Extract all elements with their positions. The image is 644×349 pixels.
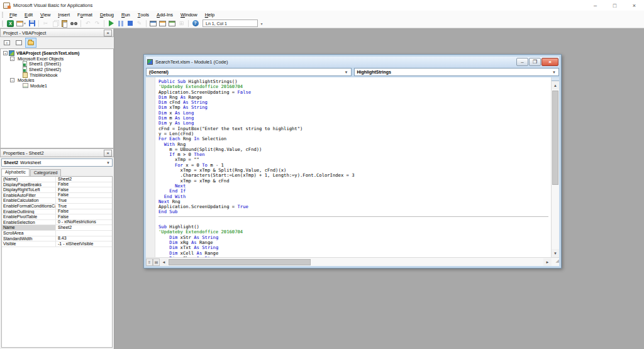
tree-item-sheet2-sheet2-[interactable]: Sheet2 (Sheet2) (1, 67, 113, 72)
vertical-scroll-thumb[interactable] (552, 91, 558, 185)
tree-item-microsoft-excel-objects[interactable]: -Microsoft Excel Objects (1, 56, 113, 62)
tree-item-modules[interactable]: -Modules (1, 77, 113, 83)
property-value: True (56, 198, 112, 203)
find-button[interactable] (69, 19, 79, 28)
paste-button[interactable] (60, 19, 69, 28)
code-restore-button[interactable]: ❐ (529, 58, 541, 66)
sheet-icon (23, 61, 27, 67)
project-panel-close-icon[interactable]: × (104, 30, 112, 36)
view-object-button[interactable] (14, 38, 24, 47)
code-window: SearchText.xlsm - Module1 (Code) – ❐ × (… (143, 54, 562, 269)
design-mode-button[interactable]: ✎ (135, 19, 144, 28)
properties-window-button[interactable] (158, 19, 167, 28)
properties-window-icon (159, 21, 166, 26)
property-row[interactable]: Visible-1 - xlSheetVisible (2, 241, 112, 247)
tree-item-module1[interactable]: Module1 (1, 83, 113, 89)
save-button[interactable] (27, 19, 36, 28)
undo-button[interactable]: ↶ (83, 19, 92, 28)
toolbar-separator (146, 20, 147, 27)
menu-insert[interactable]: Insert (54, 11, 74, 19)
break-button[interactable] (116, 19, 125, 28)
tree-item-thisworkbook[interactable]: ThisWorkbook (1, 72, 113, 78)
code-line: cFnd = InputBox("Enter the text string t… (158, 126, 551, 131)
tree-expander-icon[interactable]: - (10, 78, 14, 82)
properties-panel-close-icon[interactable]: × (104, 150, 112, 157)
tree-item-label: Module1 (30, 84, 47, 88)
horizontal-scrollbar[interactable]: ≡ ▤ ◄ ► ◢ (146, 257, 559, 266)
menu-tools[interactable]: Tools (134, 11, 153, 19)
menu-help[interactable]: Help (201, 11, 218, 19)
properties-panel-header: Properties - Sheet2 × (0, 148, 114, 157)
scroll-down-icon[interactable]: ▼ (552, 249, 559, 257)
menu-add-ins[interactable]: Add-Ins (153, 11, 177, 19)
insert-userform-button[interactable]: ▾ (15, 19, 27, 28)
tree-item-label: Sheet2 (Sheet2) (29, 67, 61, 72)
save-icon (29, 20, 35, 26)
code-combo-row: (General) ▼ HighlightStrings ▼ (146, 67, 559, 77)
menu-debug[interactable]: Debug (96, 11, 118, 19)
view-code-button[interactable]: ≡ (2, 38, 12, 47)
project-explorer-button[interactable] (148, 19, 158, 28)
project-tree: -VBAProject (SearchText.xlsm)-Microsoft … (0, 48, 114, 148)
redo-button[interactable]: ↷ (92, 19, 102, 28)
view-microsoft-excel-button[interactable]: X (6, 19, 15, 28)
code-line: Next (158, 184, 551, 189)
tab-categorized[interactable]: Categorized (30, 169, 62, 176)
horizontal-scroll-thumb[interactable] (169, 259, 311, 265)
minimize-button[interactable]: – (586, 0, 605, 11)
module-icon (147, 59, 153, 65)
help-button[interactable]: ? (191, 19, 200, 28)
tree-expander-icon[interactable]: - (10, 57, 14, 61)
object-combo[interactable]: (General) ▼ (146, 68, 352, 76)
resize-grip-icon[interactable]: ◢ (552, 258, 559, 266)
toolbar-overflow-icon[interactable]: ▾ (259, 19, 264, 27)
menubar-drag-handle-icon[interactable] (2, 12, 3, 18)
menu-file[interactable]: File (6, 11, 21, 19)
property-name: EnableOutlining (2, 209, 56, 214)
tab-alphabetic[interactable]: Alphabetic (1, 169, 30, 176)
property-name: EnableSelection (2, 220, 56, 225)
maximize-button[interactable]: □ (605, 0, 625, 11)
menu-format[interactable]: Format (74, 11, 96, 19)
menu-edit[interactable]: Edit (21, 11, 36, 19)
property-name: DisplayPageBreaks (2, 182, 56, 187)
code-editor[interactable]: Public Sub HighlightStrings()'Updateby E… (155, 77, 551, 257)
menu-window[interactable]: Window (177, 11, 201, 19)
toggle-folders-button[interactable] (26, 38, 36, 47)
object-selector-combo[interactable]: Sheet2 Worksheet ▼ (1, 158, 113, 167)
code-line: Dim cFnd As String (158, 100, 551, 105)
reset-button[interactable] (125, 19, 135, 28)
toolbox-button[interactable]: ⊞ (177, 19, 186, 28)
project-explorer-panel: Project - VBAProject × ≡ -VBAProject (Se… (0, 28, 114, 148)
property-value: False (56, 187, 112, 192)
code-line: End With (158, 194, 551, 199)
close-button[interactable]: × (625, 0, 644, 11)
procedure-view-button[interactable]: ≡ (146, 258, 153, 266)
toolbar-drag-handle-icon[interactable] (2, 21, 3, 26)
tree-item-sheet1-sheet1-[interactable]: Sheet1 (Sheet1) (1, 61, 113, 67)
run-button[interactable] (106, 19, 116, 28)
code-close-button[interactable]: × (541, 58, 558, 66)
horizontal-scroll-track[interactable] (168, 258, 543, 266)
vertical-scrollbar[interactable]: ▲ ▼ (551, 77, 559, 257)
toolbar-separator (188, 20, 189, 27)
full-module-view-button[interactable]: ▤ (153, 258, 160, 266)
scroll-left-icon[interactable]: ◄ (160, 258, 168, 266)
procedure-combo[interactable]: HighlightStrings ▼ (354, 68, 560, 76)
property-row[interactable]: NameSheet2 (2, 225, 112, 231)
scroll-right-icon[interactable]: ► (543, 258, 552, 266)
cut-button[interactable]: ✂ (41, 19, 50, 28)
tree-expander-icon[interactable]: - (3, 51, 8, 55)
menu-view[interactable]: View (36, 11, 54, 19)
scroll-up-icon[interactable]: ▲ (552, 81, 559, 89)
code-line: Dim m As Long (158, 116, 551, 121)
toolbar-separator (38, 20, 39, 27)
project-panel-toolbar: ≡ (0, 37, 114, 48)
object-browser-button[interactable] (167, 19, 177, 28)
copy-button[interactable] (50, 19, 60, 28)
view-object-icon (16, 40, 22, 45)
code-margin-bar[interactable] (146, 77, 155, 257)
menu-run[interactable]: Run (118, 11, 134, 19)
tree-item-vbaproject-searchtext-xlsm-[interactable]: -VBAProject (SearchText.xlsm) (1, 50, 113, 56)
code-minimize-button[interactable]: – (516, 58, 528, 66)
